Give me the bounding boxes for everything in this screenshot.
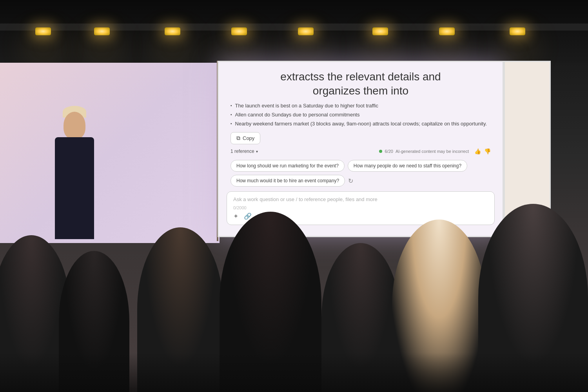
bullet-dot-2: • <box>230 112 232 118</box>
projection-screen: extractss the relevant details and organ… <box>218 61 504 237</box>
stage-light-4 <box>231 27 247 35</box>
suggestion-text-1: How long should we run marketing for the… <box>236 163 339 169</box>
status-indicator <box>379 150 382 153</box>
stage-light-3 <box>165 27 180 35</box>
reference-row: 1 reference ▾ 6/20 AI-generated content … <box>230 148 491 154</box>
stage-light-1 <box>35 27 51 35</box>
stage-light-6 <box>372 27 388 35</box>
audience-floor-gradient <box>0 353 588 392</box>
suggestion-chip-2[interactable]: How many people do we need to staff this… <box>348 160 467 172</box>
char-count: 0/2000 <box>233 205 488 210</box>
reference-link[interactable]: 1 reference ▾ <box>230 149 258 154</box>
copy-button[interactable]: ⧉ Copy <box>230 132 260 144</box>
bullet-dot-3: • <box>230 121 232 127</box>
bullet-item-2: • Allen cannot do Sundays due to persona… <box>230 111 491 118</box>
suggestion-chips: How long should we run marketing for the… <box>219 160 503 187</box>
stage-light-7 <box>439 27 455 35</box>
suggestion-chip-3[interactable]: How much would it be to hire an event co… <box>230 175 345 187</box>
bullet-text-2: Allen cannot do Sundays due to personal … <box>235 111 360 118</box>
presenter-silhouette <box>47 106 102 239</box>
bullet-item-3: • Nearby weekend farmers market (3 block… <box>230 120 491 127</box>
thumbs-down-icon[interactable]: 👎 <box>484 148 491 154</box>
suggestion-text-2: How many people do we need to staff this… <box>354 163 461 169</box>
ai-disclaimer: AI-generated content may be incorrect <box>396 149 469 154</box>
feedback-icons: 👍 👎 <box>474 148 491 154</box>
thumbs-up-icon[interactable]: 👍 <box>474 148 481 154</box>
bullet-text-1: The launch event is best on a Saturday d… <box>235 102 378 109</box>
presenter-head <box>64 112 85 139</box>
sparkle-icon[interactable]: ✦ <box>233 212 238 220</box>
suggestion-chip-1[interactable]: How long should we run marketing for the… <box>230 160 345 172</box>
status-count: 6/20 <box>385 149 393 154</box>
suggestion-text-3: How much would it be to hire an event co… <box>236 178 339 183</box>
audience-area <box>0 227 588 392</box>
bullet-text-3: Nearby weekend farmers market (3 blocks … <box>235 120 487 127</box>
stage-light-2 <box>94 27 110 35</box>
stage-light-5 <box>298 27 314 35</box>
screen-title-line2: organizes them into <box>230 84 491 98</box>
reference-label: 1 reference <box>230 149 254 154</box>
refresh-suggestions-icon[interactable]: ↻ <box>348 177 353 185</box>
bullet-list: • The launch event is best on a Saturday… <box>230 102 491 128</box>
left-stage-panel <box>0 63 220 243</box>
ceiling <box>0 0 588 63</box>
stage-light-8 <box>510 27 525 35</box>
chat-content-area: • The launch event is best on a Saturday… <box>219 102 503 155</box>
status-row: 6/20 AI-generated content may be incorre… <box>379 148 491 154</box>
copy-icon: ⧉ <box>236 135 240 142</box>
copy-button-label: Copy <box>243 135 254 141</box>
bullet-dot-1: • <box>230 103 232 109</box>
ceiling-truss <box>0 24 588 31</box>
input-placeholder-text: Ask a work question or use / to referenc… <box>233 196 488 202</box>
chevron-down-icon: ▾ <box>256 149 258 154</box>
screen-title: extractss the relevant details and organ… <box>230 70 491 98</box>
presenter-body <box>55 137 94 239</box>
screen-header: extractss the relevant details and organ… <box>219 62 503 102</box>
screen-title-line1: extractss the relevant details and <box>230 70 491 84</box>
bullet-item-1: • The launch event is best on a Saturday… <box>230 102 491 109</box>
